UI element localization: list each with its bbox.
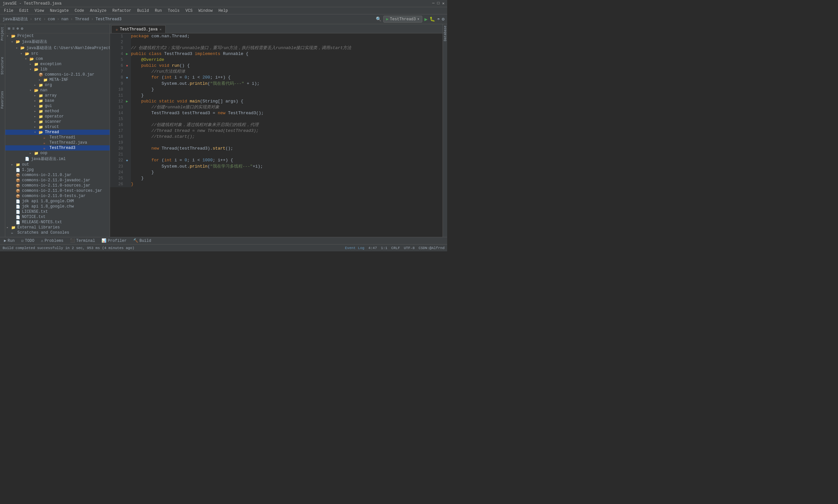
tree-item-6[interactable]: ▾📂lib bbox=[5, 67, 110, 72]
structure-tab[interactable]: Structure bbox=[0, 56, 5, 76]
settings-icon[interactable]: ⚙ bbox=[442, 16, 445, 22]
tree-item-2[interactable]: ▾📂java基础语法 C:\Users\Nan\IdeaProjects\jav… bbox=[5, 45, 110, 51]
breadcrumb-thread[interactable]: Thread bbox=[75, 17, 89, 22]
code-content-11[interactable]: } bbox=[131, 93, 443, 98]
build-tab[interactable]: 🔨Build bbox=[132, 238, 153, 243]
tree-item-26[interactable]: 📦commons-io-2.11.0.jar bbox=[5, 173, 110, 178]
menu-window[interactable]: Window bbox=[196, 7, 215, 14]
tree-item-34[interactable]: 📄NOTICE.txt bbox=[5, 214, 110, 220]
code-content-18[interactable]: //thread.start(); bbox=[131, 134, 443, 140]
code-content-8[interactable]: for (int i = 0; i < 200; i++) { bbox=[131, 75, 443, 81]
menu-analyze[interactable]: Analyze bbox=[87, 7, 109, 14]
editor-tab-testthread3[interactable]: ☕ TestThread3.java ✕ bbox=[111, 25, 166, 33]
gutter-19[interactable] bbox=[123, 140, 131, 146]
gutter-9[interactable] bbox=[123, 81, 131, 87]
gutter-14[interactable] bbox=[123, 110, 131, 116]
gutter-22[interactable]: ◆ bbox=[123, 158, 131, 164]
code-content-7[interactable]: //run方法线程体 bbox=[131, 69, 443, 75]
tree-item-31[interactable]: 📄jdk api 1.8_google.CHM bbox=[5, 199, 110, 204]
menu-run[interactable]: Run bbox=[152, 7, 165, 14]
tree-item-30[interactable]: 📦commons-io-2.11.0-tests.jar bbox=[5, 194, 110, 199]
gutter-4[interactable]: ▶ bbox=[123, 51, 131, 57]
gutter-23[interactable] bbox=[123, 164, 131, 169]
menu-help[interactable]: Help bbox=[216, 7, 230, 14]
tree-item-3[interactable]: ▾📂src bbox=[5, 51, 110, 56]
menu-vcs[interactable]: VCS bbox=[183, 7, 195, 14]
menu-navigate[interactable]: Navigate bbox=[47, 7, 71, 14]
debug-gutter-icon[interactable]: ● bbox=[126, 64, 128, 68]
minimize-button[interactable]: ─ bbox=[432, 1, 434, 6]
gutter-24[interactable] bbox=[123, 169, 131, 176]
tree-item-24[interactable]: ▸📁out bbox=[5, 162, 110, 167]
crlf-indicator[interactable]: CRLF bbox=[391, 246, 400, 250]
gutter-12[interactable]: ▶ bbox=[123, 98, 131, 104]
tree-item-15[interactable]: ▸📁operator bbox=[5, 114, 110, 119]
menu-file[interactable]: File bbox=[1, 7, 16, 14]
tree-item-33[interactable]: 📄LICENSE.txt bbox=[5, 209, 110, 214]
tree-item-21[interactable]: ☕TestThread3 bbox=[5, 145, 110, 150]
code-content-23[interactable]: System.out.println("我在学习多线程---"+i); bbox=[131, 164, 443, 169]
gutter-20[interactable] bbox=[123, 146, 131, 151]
todo-tab[interactable]: ☑TODO bbox=[20, 238, 36, 243]
line-col-indicator[interactable]: 1:1 bbox=[381, 246, 388, 250]
tree-item-9[interactable]: ▸📁org bbox=[5, 83, 110, 88]
run-gutter-icon[interactable]: ▶ bbox=[126, 52, 128, 56]
bookmark-icon[interactable]: ◆ bbox=[126, 159, 128, 162]
code-content-13[interactable]: //创建runnable接口的实现类对象 bbox=[131, 104, 443, 110]
breadcrumb-src[interactable]: src bbox=[34, 17, 41, 22]
coverage-button[interactable]: ☂ bbox=[437, 16, 440, 22]
breadcrumb-nan[interactable]: nan bbox=[61, 17, 68, 22]
project-tab[interactable]: Project bbox=[0, 25, 5, 42]
gutter-6[interactable]: ● bbox=[123, 63, 131, 69]
code-content-19[interactable] bbox=[131, 140, 443, 146]
terminal-tab[interactable]: ⬛Terminal bbox=[69, 238, 96, 243]
tree-item-12[interactable]: ▸📁base bbox=[5, 98, 110, 104]
menu-refactor[interactable]: Refactor bbox=[110, 7, 134, 14]
code-content-25[interactable]: } bbox=[131, 176, 443, 181]
profiler-tab[interactable]: 📊Profiler bbox=[100, 238, 128, 243]
gutter-1[interactable] bbox=[123, 33, 131, 39]
gutter-26[interactable] bbox=[123, 181, 131, 187]
code-content-15[interactable] bbox=[131, 116, 443, 122]
gutter-8[interactable]: ◆ bbox=[123, 75, 131, 81]
code-content-26[interactable]: } bbox=[131, 181, 443, 187]
tree-item-14[interactable]: ▸📁method bbox=[5, 109, 110, 114]
gutter-5[interactable] bbox=[123, 57, 131, 63]
tree-item-25[interactable]: 📄1.jpg bbox=[5, 167, 110, 173]
code-content-9[interactable]: System.out.println("我在看代码---" + i); bbox=[131, 81, 443, 87]
tree-item-11[interactable]: ▸📁array bbox=[5, 93, 110, 98]
code-content-1[interactable]: package com.nan.Thread; bbox=[131, 33, 443, 39]
maximize-button[interactable]: □ bbox=[437, 1, 440, 6]
tree-item-19[interactable]: ☕TestThread1 bbox=[5, 135, 110, 140]
gutter-17[interactable] bbox=[123, 128, 131, 134]
gutter-21[interactable] bbox=[123, 151, 131, 158]
code-content-24[interactable]: } bbox=[131, 169, 443, 176]
code-content-22[interactable]: for (int i = 0; i < 1000; i++) { bbox=[131, 158, 443, 164]
tree-item-28[interactable]: 📦commons-io-2.11.0-sources.jar bbox=[5, 183, 110, 188]
gutter-10[interactable] bbox=[123, 87, 131, 93]
code-content-2[interactable] bbox=[131, 39, 443, 45]
tree-item-36[interactable]: ▸📁External Libraries bbox=[5, 225, 110, 230]
tree-item-10[interactable]: ▾📂nan bbox=[5, 88, 110, 93]
menu-build[interactable]: Build bbox=[135, 7, 151, 14]
close-button[interactable]: ✕ bbox=[442, 1, 445, 6]
run-button[interactable]: ▶ bbox=[424, 16, 428, 22]
tree-item-5[interactable]: ▸📁exception bbox=[5, 61, 110, 67]
run-configuration[interactable]: ▶ TestThread3 ▾ bbox=[383, 16, 423, 22]
debug-button[interactable]: 🐛 bbox=[429, 16, 435, 22]
run-gutter-icon[interactable]: ▶ bbox=[126, 100, 128, 104]
gutter-11[interactable] bbox=[123, 93, 131, 98]
tree-item-32[interactable]: 📄jdk api 1.8_google.chw bbox=[5, 204, 110, 209]
tree-item-16[interactable]: ▸📁scanner bbox=[5, 119, 110, 124]
breadcrumb-file[interactable]: TestThread3 bbox=[95, 17, 122, 22]
code-content-17[interactable]: //Thread thread = new Thread(testThread3… bbox=[131, 128, 443, 134]
code-editor[interactable]: 1package com.nan.Thread;2 3// 创建线程方式2：实现… bbox=[110, 33, 443, 237]
tree-item-7[interactable]: 📦commons-io-2.11.0.jar bbox=[5, 72, 110, 77]
tree-item-13[interactable]: ▸📁gui bbox=[5, 104, 110, 109]
gutter-16[interactable] bbox=[123, 122, 131, 128]
tree-item-1[interactable]: ▾📂java基础语法 bbox=[5, 39, 110, 45]
tree-item-17[interactable]: ▸📁struct bbox=[5, 124, 110, 130]
code-content-12[interactable]: public static void main(String[] args) { bbox=[131, 98, 443, 104]
tree-item-29[interactable]: 📦commons-io-2.11.0-test-sources.jar bbox=[5, 188, 110, 194]
gutter-13[interactable] bbox=[123, 104, 131, 110]
